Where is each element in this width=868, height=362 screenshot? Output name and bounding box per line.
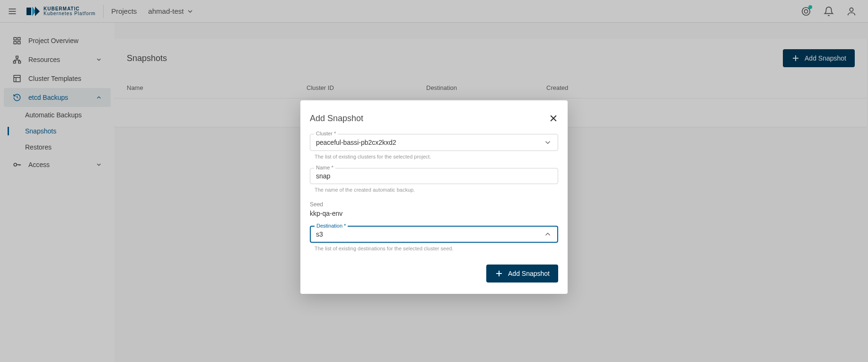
cluster-select-value: peaceful-bassi-pb2cx2kxd2: [316, 139, 544, 146]
modal-overlay[interactable]: Add Snapshot Cluster * peaceful-bassi-pb…: [0, 0, 868, 362]
plus-icon: [495, 269, 503, 278]
name-input-wrapper[interactable]: Name *: [310, 168, 558, 184]
chevron-down-icon: [544, 138, 552, 147]
modal-title: Add Snapshot: [310, 114, 363, 124]
name-helper-text: The name of the created automatic backup…: [310, 184, 558, 198]
modal-close-button[interactable]: [549, 114, 558, 123]
seed-value: kkp-qa-env: [310, 210, 558, 217]
modal-submit-button[interactable]: Add Snapshot: [486, 265, 558, 283]
name-field-group: Name * The name of the created automatic…: [310, 168, 558, 198]
add-snapshot-modal: Add Snapshot Cluster * peaceful-bassi-pb…: [300, 100, 568, 294]
seed-field: Seed kkp-qa-env: [310, 201, 558, 217]
cluster-field-group: Cluster * peaceful-bassi-pb2cx2kxd2 The …: [310, 134, 558, 165]
modal-footer: Add Snapshot: [310, 265, 558, 283]
destination-label: Destination *: [315, 223, 348, 229]
cluster-helper-text: The list of existing clusters for the se…: [310, 151, 558, 165]
destination-select[interactable]: Destination * s3: [310, 226, 558, 243]
destination-field-group: Destination * s3 The list of existing de…: [310, 226, 558, 257]
name-label: Name *: [314, 165, 335, 170]
name-input[interactable]: [316, 172, 552, 180]
close-icon: [549, 114, 558, 123]
chevron-up-icon: [544, 230, 552, 238]
cluster-select[interactable]: Cluster * peaceful-bassi-pb2cx2kxd2: [310, 134, 558, 151]
destination-select-value: s3: [316, 230, 544, 238]
destination-helper-text: The list of existing destinations for th…: [310, 243, 558, 257]
modal-header: Add Snapshot: [310, 114, 558, 124]
seed-label: Seed: [310, 201, 558, 208]
cluster-label: Cluster *: [314, 131, 338, 136]
modal-submit-label: Add Snapshot: [508, 270, 550, 277]
